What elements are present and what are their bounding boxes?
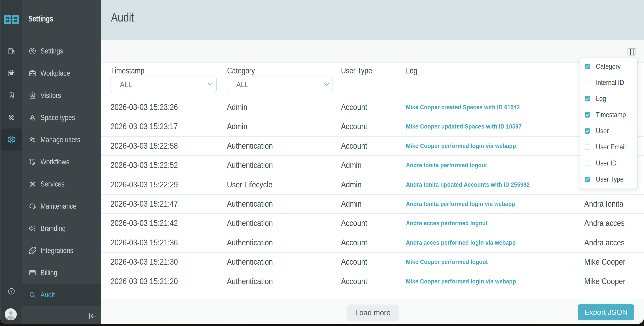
svg-text:?: ? [10,289,12,293]
